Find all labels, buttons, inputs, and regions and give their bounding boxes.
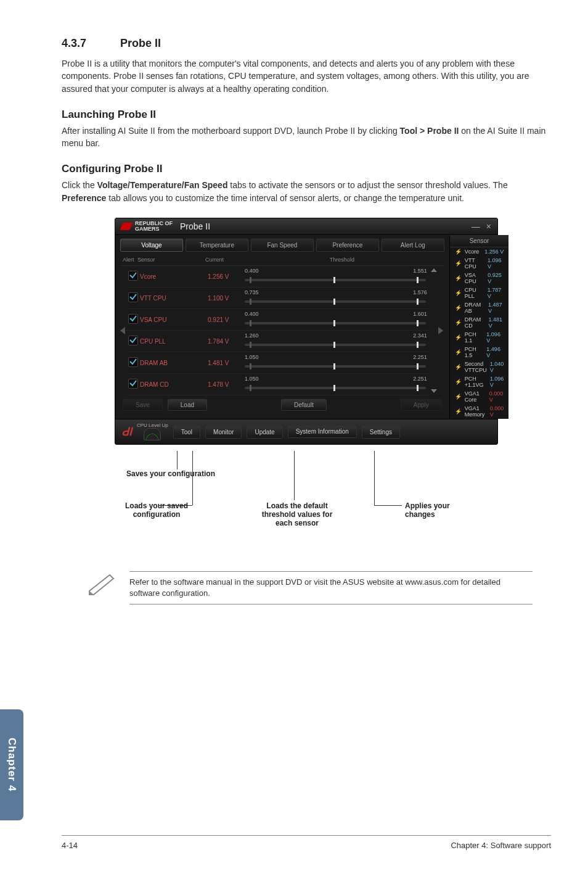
- bolt-icon: ⚡: [455, 249, 462, 255]
- launching-pre: After installing AI Suite II from the mo…: [62, 126, 400, 136]
- slider-handle-low[interactable]: [250, 385, 251, 391]
- alert-checkbox[interactable]: [128, 336, 138, 345]
- row-sensor-name: Vcore: [140, 273, 208, 280]
- sensor-value: 1.096 V: [490, 376, 504, 388]
- row-sensor-name: VSA CPU: [140, 316, 208, 323]
- callout-default: Loads the default threshold values for e…: [257, 501, 337, 527]
- threshold-slider[interactable]: 0.7351.576: [245, 289, 430, 307]
- slider-handle-mid[interactable]: [333, 363, 335, 369]
- tab-alertlog[interactable]: Alert Log: [382, 239, 444, 252]
- slider-handle-low[interactable]: [250, 277, 251, 283]
- callout-apply: Applies your changes: [405, 501, 473, 519]
- sensor-name: DRAM AB: [465, 302, 485, 314]
- bolt-icon: ⚡: [455, 394, 462, 400]
- callout-diagram: Saves your configuration Loads your save…: [91, 451, 522, 553]
- threshold-slider[interactable]: 1.0502.251: [245, 354, 430, 371]
- row-sensor-name: CPU PLL: [140, 338, 208, 345]
- launching-bold: Tool > Probe II: [400, 126, 459, 136]
- footer-update-button[interactable]: Update: [247, 426, 282, 439]
- save-button[interactable]: Save: [123, 399, 163, 411]
- slider-handle-high[interactable]: [417, 320, 419, 326]
- alert-checkbox[interactable]: [128, 292, 138, 302]
- threshold-slider[interactable]: 1.0502.251: [245, 376, 430, 393]
- sensor-value: 0.000 V: [490, 405, 504, 418]
- app-footer: ԀӀ CPU Level Up Tool Monitor Update Syst…: [115, 419, 497, 444]
- row-current-value: 1.784 V: [208, 338, 245, 345]
- slider-handle-mid[interactable]: [333, 299, 335, 305]
- sensor-list-item: ⚡PCH 1.51.496 V: [450, 345, 509, 360]
- intro-text: Probe II is a utility that monitors the …: [62, 57, 551, 95]
- threshold-slider[interactable]: 1.2602.341: [245, 332, 430, 350]
- tab-temperature[interactable]: Temperature: [186, 239, 248, 252]
- slider-handle-high[interactable]: [417, 342, 419, 348]
- note-block: Refer to the software manual in the supp…: [86, 571, 551, 604]
- scrollbar[interactable]: [430, 266, 438, 395]
- section-title: Probe II: [120, 37, 161, 49]
- row-current-value: 1.478 V: [208, 381, 245, 388]
- sensor-panel: Sensor ⚡Vcore1.256 V⚡VTT CPU1.096 V⚡VSA …: [449, 235, 509, 419]
- scroll-down-icon[interactable]: [431, 389, 437, 393]
- slider-handle-mid[interactable]: [333, 385, 335, 391]
- tab-voltage[interactable]: Voltage: [120, 239, 183, 252]
- tab-row: Voltage Temperature Fan Speed Preference…: [120, 239, 444, 252]
- sensor-name: CPU PLL: [465, 287, 484, 299]
- callout-saves: Saves your configuration: [126, 469, 215, 478]
- footer-settings-button[interactable]: Settings: [362, 426, 400, 439]
- slider-handle-mid[interactable]: [333, 277, 335, 283]
- sensor-value: 1.096 V: [486, 331, 504, 344]
- slider-handle-high[interactable]: [417, 299, 419, 305]
- sensor-name: Vcore: [465, 249, 480, 255]
- slider-handle-mid[interactable]: [333, 320, 335, 326]
- default-button[interactable]: Default: [281, 399, 327, 411]
- slider-handle-high[interactable]: [417, 363, 419, 369]
- config-text: Click the Voltage/Temperature/Fan Speed …: [62, 179, 551, 204]
- slider-handle-high[interactable]: [417, 277, 419, 283]
- alert-checkbox[interactable]: [128, 271, 138, 281]
- footer-sysinfo-button[interactable]: System Information: [288, 426, 357, 438]
- sensor-row: VTT CPU1.100 V0.7351.576: [126, 287, 430, 309]
- bolt-icon: ⚡: [455, 260, 462, 266]
- alert-checkbox[interactable]: [128, 314, 138, 324]
- slider-handle-low[interactable]: [250, 342, 251, 348]
- slider-handle-low[interactable]: [250, 299, 251, 305]
- sensor-name: VGA1 Core: [465, 390, 486, 403]
- threshold-slider[interactable]: 0.4001.551: [245, 268, 430, 285]
- sensor-list-item: ⚡CPU PLL1.787 V: [450, 286, 509, 300]
- threshold-slider[interactable]: 0.4001.601: [245, 311, 430, 328]
- sensor-name: VGA1 Memory: [465, 405, 487, 418]
- apply-button[interactable]: Apply: [401, 399, 442, 411]
- sensor-list-item: ⚡VGA1 Core0.000 V: [450, 389, 509, 404]
- tab-fanspeed[interactable]: Fan Speed: [251, 239, 314, 252]
- sensor-name: PCH 1.1: [465, 331, 484, 344]
- section-heading: 4.3.7 Probe II: [62, 37, 551, 50]
- sensor-row: Vcore1.256 V0.4001.551: [126, 266, 430, 287]
- sensor-value: 0.000 V: [489, 390, 504, 403]
- slider-handle-mid[interactable]: [333, 342, 335, 348]
- load-button[interactable]: Load: [168, 399, 207, 411]
- pen-icon: [86, 571, 117, 596]
- alert-checkbox[interactable]: [128, 379, 138, 389]
- footer-monitor-button[interactable]: Monitor: [205, 426, 242, 439]
- sensor-name: VTT CPU: [465, 257, 484, 270]
- slider-handle-low[interactable]: [250, 320, 251, 326]
- slider-handle-low[interactable]: [250, 363, 251, 369]
- scroll-up-icon[interactable]: [431, 268, 437, 272]
- page-left-icon[interactable]: [120, 327, 125, 334]
- page-right-icon[interactable]: [438, 327, 443, 334]
- close-button[interactable]: ×: [486, 221, 491, 231]
- sensor-list-item: ⚡VSA CPU0.925 V: [450, 271, 509, 286]
- footer-tool-button[interactable]: Tool: [173, 426, 200, 439]
- sensor-list-item: ⚡VTT CPU1.096 V: [450, 256, 509, 271]
- gauge-icon[interactable]: [144, 428, 161, 440]
- tab-preference[interactable]: Preference: [316, 239, 379, 252]
- minimize-button[interactable]: —: [472, 221, 480, 231]
- sensor-value: 1.481 V: [488, 316, 504, 329]
- launching-text: After installing AI Suite II from the mo…: [62, 125, 551, 150]
- bolt-icon: ⚡: [455, 408, 462, 415]
- alert-checkbox[interactable]: [128, 357, 138, 367]
- footer-page-number: 4-14: [62, 841, 78, 850]
- bolt-icon: ⚡: [455, 379, 462, 385]
- slider-handle-high[interactable]: [417, 385, 419, 391]
- bolt-icon: ⚡: [455, 334, 462, 340]
- sensor-name: VSA CPU: [465, 272, 485, 284]
